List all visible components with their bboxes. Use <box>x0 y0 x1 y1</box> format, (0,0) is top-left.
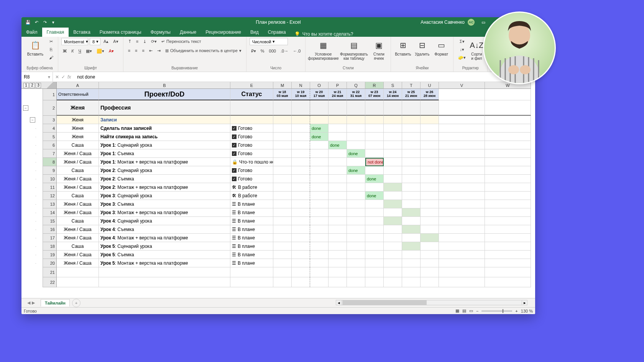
user-name[interactable]: Анастасия Савченко <box>421 20 465 25</box>
row-header[interactable]: 19 <box>43 251 57 259</box>
cell-V12[interactable] <box>439 192 485 200</box>
cell-N11[interactable] <box>292 183 310 192</box>
cell-W21[interactable] <box>485 267 531 277</box>
cell-E20[interactable]: ☰ В плане <box>230 259 273 267</box>
tab-help[interactable]: Справка <box>263 28 291 37</box>
cell-P22[interactable] <box>329 277 347 287</box>
cell-E5[interactable]: ✓ Готово <box>230 133 273 141</box>
cell-O15[interactable] <box>310 217 329 225</box>
qat-dropdown-icon[interactable]: ▾ <box>50 19 57 26</box>
cell-O18[interactable] <box>310 242 329 251</box>
cell-U21[interactable] <box>421 267 439 277</box>
row-header[interactable]: 17 <box>43 234 57 242</box>
cell-Q21[interactable] <box>347 267 365 277</box>
align-top-icon[interactable]: ⤒ <box>127 38 133 45</box>
cell-M6[interactable] <box>273 141 292 149</box>
align-bottom-icon[interactable]: ⤓ <box>141 38 148 45</box>
cell-E12[interactable]: 🛠 В работе <box>230 192 273 200</box>
col-header-O[interactable]: O <box>310 82 329 89</box>
cell-V19[interactable] <box>439 251 485 259</box>
cell-Q15[interactable] <box>347 217 365 225</box>
cell-Q11[interactable] <box>347 183 365 192</box>
cell-O14[interactable] <box>310 208 329 217</box>
cell-V4[interactable] <box>439 124 485 133</box>
cell-S10[interactable] <box>384 175 402 183</box>
row-header[interactable]: 7 <box>43 149 57 158</box>
tab-review[interactable]: Рецензирование <box>201 28 246 37</box>
undo-icon[interactable]: ↶ <box>33 19 40 26</box>
cell-V6[interactable] <box>439 141 485 149</box>
cell-S12[interactable] <box>384 192 402 200</box>
cell-M12[interactable] <box>273 192 292 200</box>
cell-P11[interactable] <box>329 183 347 192</box>
cell-S16[interactable] <box>384 225 402 234</box>
col-header-T[interactable]: T <box>402 82 421 89</box>
cell-O8[interactable] <box>310 158 329 166</box>
row-header[interactable]: 14 <box>43 208 57 217</box>
cell-Q6[interactable] <box>347 141 365 149</box>
cell-M9[interactable] <box>273 166 292 175</box>
cell-R9[interactable] <box>365 166 384 175</box>
select-all-corner[interactable] <box>43 82 57 89</box>
cell-N10[interactable] <box>292 175 310 183</box>
cell-S6[interactable] <box>384 141 402 149</box>
cell-T22[interactable] <box>402 277 421 287</box>
cell-E9[interactable]: ✓ Готово <box>230 166 273 175</box>
view-normal-icon[interactable]: ▦ <box>455 308 459 313</box>
cell-B11[interactable]: Урок 2: Монтаж + верстка на платформе <box>99 183 230 192</box>
cell-O11[interactable] <box>310 183 329 192</box>
sheet-nav[interactable]: ◀ ▶ <box>21 300 41 305</box>
cell-R11[interactable] <box>365 183 384 192</box>
col-header-E[interactable]: E <box>230 82 273 89</box>
cell-N20[interactable] <box>292 259 310 267</box>
cell-U4[interactable] <box>421 124 439 133</box>
cell-R15[interactable] <box>365 217 384 225</box>
cell-O1[interactable]: w 2017 мая <box>310 89 329 100</box>
cell-E2[interactable] <box>230 100 273 116</box>
decrease-indent-icon[interactable]: ⇤ <box>148 47 154 54</box>
cell-A17[interactable]: Женя / Саша <box>57 234 99 242</box>
cell-A16[interactable]: Женя / Саша <box>57 225 99 234</box>
cell-B7[interactable]: Урок 1: Съемка <box>99 149 230 158</box>
cell-U1[interactable]: w 2628 июн <box>421 89 439 100</box>
enter-icon[interactable]: ✓ <box>61 74 65 80</box>
zoom-in-icon[interactable]: + <box>515 309 518 313</box>
number-format-select[interactable]: Числовой ▾ <box>250 38 288 45</box>
cell-Q18[interactable] <box>347 242 365 251</box>
cell-Q12[interactable] <box>347 192 365 200</box>
cell-P4[interactable] <box>329 124 347 133</box>
cell-W14[interactable] <box>485 208 531 217</box>
cut-icon[interactable]: ✂ <box>48 38 54 45</box>
cell-E17[interactable]: ☰ В плане <box>230 234 273 242</box>
cell-E16[interactable]: ☰ В плане <box>230 225 273 234</box>
horizontal-scrollbar[interactable]: ◂ ▸ <box>336 300 527 305</box>
cell-E1[interactable]: Статус <box>230 89 273 100</box>
cell-R16[interactable] <box>365 225 384 234</box>
align-middle-icon[interactable]: ≡ <box>135 38 140 45</box>
font-size-select[interactable]: 8▾ <box>90 38 100 45</box>
cell-W20[interactable] <box>485 259 531 267</box>
paste-button[interactable]: 📋 Вставить <box>25 38 46 66</box>
cell-U3[interactable] <box>421 116 439 124</box>
cell-O17[interactable] <box>310 234 329 242</box>
cell-M5[interactable] <box>273 133 292 141</box>
cell-T13[interactable] <box>402 200 421 208</box>
cell-A14[interactable]: Женя / Саша <box>57 208 99 217</box>
cell-T8[interactable] <box>402 158 421 166</box>
row-header[interactable]: 13 <box>43 200 57 208</box>
cell-V1[interactable] <box>439 89 485 100</box>
cell-B4[interactable]: Сделать план записей <box>99 124 230 133</box>
outline-collapse-icon[interactable]: − <box>30 117 35 123</box>
cell-U15[interactable] <box>421 217 439 225</box>
cell-T14[interactable] <box>402 208 421 217</box>
cell-A21[interactable] <box>57 267 99 277</box>
cell-T1[interactable]: w 2521 июн <box>402 89 421 100</box>
cell-A4[interactable]: Женя <box>57 124 99 133</box>
cell-N17[interactable] <box>292 234 310 242</box>
cell-V10[interactable] <box>439 175 485 183</box>
cell-S14[interactable] <box>384 208 402 217</box>
accounting-icon[interactable]: ₽▾ <box>250 48 258 54</box>
cell-W15[interactable] <box>485 217 531 225</box>
cell-E21[interactable] <box>230 267 273 277</box>
cell-A22[interactable] <box>57 277 99 287</box>
